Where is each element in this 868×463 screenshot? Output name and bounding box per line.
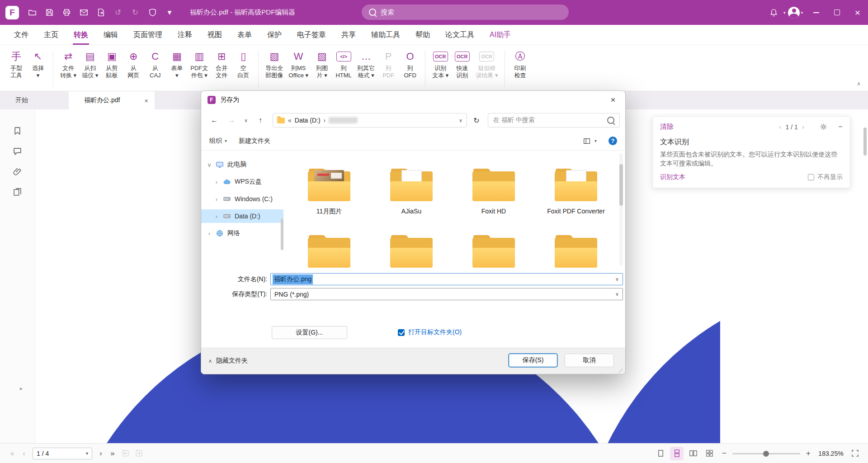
file-item-partial[interactable] — [540, 235, 612, 268]
to-html-button[interactable]: </>到HTML — [333, 48, 354, 90]
menu-item-ai-assistant[interactable]: AI助手 — [482, 25, 519, 45]
document-scrollbar[interactable] — [863, 128, 867, 156]
notifications-chevron-icon[interactable]: ▾ — [783, 10, 786, 15]
settings-button[interactable]: 设置(G)... — [272, 326, 347, 339]
dialog-search-input[interactable]: 在 福昕 中搜索 — [488, 113, 620, 128]
quick-access-chevron-icon[interactable]: ▾ — [162, 5, 177, 20]
close-tab-icon[interactable]: × — [144, 97, 148, 104]
user-avatar[interactable] — [788, 7, 800, 19]
pdf-portfolio-button[interactable]: ▥PDF文件包 ▾ — [188, 48, 211, 90]
file-item-partial[interactable] — [458, 235, 529, 268]
chevron-down-icon[interactable]: ▾ — [594, 138, 597, 143]
chevron-collapsed-icon[interactable]: › — [214, 196, 219, 203]
file-list-scrollbar[interactable] — [619, 153, 623, 265]
menu-item-esignature[interactable]: 电子签章 — [289, 25, 334, 45]
to-other-format-button[interactable]: …到其它格式 ▾ — [354, 48, 377, 90]
help-icon[interactable]: ? — [609, 137, 617, 145]
maximize-button[interactable] — [826, 0, 847, 25]
address-bar[interactable]: « Data (D:) › ∨ — [273, 113, 467, 128]
menu-item-accessibility[interactable]: 辅助工具 — [363, 25, 408, 45]
undo-icon[interactable]: ↺ — [111, 5, 125, 20]
tab-start[interactable]: 开始 — [0, 91, 69, 109]
forward-icon[interactable]: → — [224, 113, 239, 128]
view-options-icon[interactable] — [583, 137, 591, 145]
path-segment-drive[interactable]: Data (D:) — [295, 117, 321, 124]
hand-tool-button[interactable]: 手手型工具 — [5, 48, 27, 90]
chevron-collapsed-icon[interactable]: › — [207, 230, 212, 237]
dont-show-again-checkbox[interactable]: 不再显示 — [808, 173, 843, 181]
menu-item-form[interactable]: 表单 — [230, 25, 259, 45]
to-ms-office-button[interactable]: W到MSOffice ▾ — [286, 48, 311, 90]
hide-folders-button[interactable]: ∧ 隐藏文件夹 — [208, 357, 248, 365]
menu-item-help[interactable]: 帮助 — [408, 25, 438, 45]
organize-menu[interactable]: 组织 ▾ — [209, 137, 227, 145]
tab-document[interactable]: 福昕办公.pdf × — [69, 91, 155, 109]
file-item[interactable]: Foxit HD — [458, 169, 529, 215]
account-chevron-icon[interactable]: ▾ — [801, 10, 803, 15]
file-item[interactable]: 11月图片 — [293, 169, 365, 215]
notifications-bell-icon[interactable] — [767, 5, 781, 20]
menu-item-file[interactable]: 文件 — [6, 25, 36, 45]
print-check-button[interactable]: Ⓐ印刷检查 — [509, 48, 531, 90]
page-thumbnails-icon[interactable] — [10, 184, 25, 199]
chevron-collapsed-icon[interactable]: › — [214, 213, 219, 220]
facing-view-icon[interactable] — [686, 447, 700, 460]
new-folder-button[interactable]: 新建文件夹 — [239, 137, 270, 145]
grid-view-icon[interactable] — [703, 447, 716, 460]
menu-item-convert[interactable]: 转换 — [66, 25, 96, 45]
last-page-icon[interactable]: » — [107, 449, 118, 458]
next-view-icon[interactable] — [132, 447, 146, 460]
recognize-text-link[interactable]: 识别文本 — [660, 173, 685, 181]
tree-item-wps-cloud[interactable]: ›WPS云盘 — [201, 175, 283, 189]
export-all-images-button[interactable]: ▧导出全部图像 — [263, 48, 286, 90]
save-type-dropdown-chevron-icon[interactable]: ∨ — [615, 291, 619, 297]
tree-item-data-d[interactable]: ›Data (D:) — [201, 209, 283, 223]
filename-input[interactable]: 福昕办公.png ∨ — [270, 273, 623, 285]
menu-item-home[interactable]: 主页 — [36, 25, 66, 45]
filename-dropdown-chevron-icon[interactable]: ∨ — [615, 276, 619, 282]
suspect-results-button[interactable]: OCR疑似错误结果 ▾ — [473, 48, 500, 90]
collapse-ribbon-icon[interactable]: ∧ — [857, 80, 861, 459]
tree-item-windows-c[interactable]: ›Windows (C:) — [201, 192, 283, 206]
continuous-view-icon[interactable] — [670, 447, 684, 460]
menu-item-protect[interactable]: 保护 — [259, 25, 289, 45]
clear-button[interactable]: 清除 — [660, 123, 674, 131]
panel-collapse-icon[interactable]: − — [838, 123, 843, 131]
panel-next-icon[interactable]: › — [802, 123, 804, 131]
previous-view-icon[interactable] — [118, 447, 132, 460]
page-dropdown-chevron-icon[interactable]: ▾ — [86, 451, 88, 456]
cancel-button[interactable]: 取消 — [565, 354, 614, 367]
form-create-button[interactable]: ▦表单▾ — [166, 48, 188, 90]
back-icon[interactable]: ← — [207, 113, 222, 128]
recognize-text-button[interactable]: OCR识别文本 ▾ — [429, 48, 451, 90]
zoom-out-icon[interactable]: − — [719, 449, 730, 458]
protect-icon[interactable] — [145, 5, 160, 20]
first-page-icon[interactable]: « — [6, 449, 18, 458]
bookmarks-icon[interactable] — [10, 123, 25, 138]
quick-recognize-button[interactable]: OCR快速识别 — [451, 48, 473, 90]
close-window-button[interactable]: × — [847, 0, 868, 25]
save-type-select[interactable]: PNG (*.png) ∨ — [270, 288, 623, 300]
export-icon[interactable] — [94, 5, 108, 20]
menu-item-share[interactable]: 共享 — [334, 25, 363, 45]
print-icon[interactable] — [59, 5, 74, 20]
menu-item-view[interactable]: 视图 — [200, 25, 230, 45]
from-caj-button[interactable]: C从CAJ — [144, 48, 166, 90]
menu-item-comment[interactable]: 注释 — [170, 25, 200, 45]
to-image-button[interactable]: ▨到图片 ▾ — [311, 48, 333, 90]
from-clipboard-button[interactable]: ▣从剪贴板 — [101, 48, 123, 90]
file-convert-button[interactable]: ⇄文件转换 ▾ — [57, 48, 79, 90]
comments-icon[interactable] — [10, 143, 25, 159]
single-page-view-icon[interactable] — [654, 447, 667, 460]
to-pdf-button[interactable]: P到PDF — [377, 48, 399, 90]
global-search-input[interactable]: 搜索 — [362, 5, 569, 20]
up-icon[interactable]: ↑ — [253, 113, 268, 128]
prev-page-icon[interactable]: ‹ — [18, 449, 30, 458]
save-icon[interactable] — [42, 5, 57, 20]
file-item[interactable]: AJiaSu — [376, 169, 447, 215]
open-target-folder-checkbox[interactable]: 打开目标文件夹(O) — [398, 328, 462, 336]
select-tool-button[interactable]: ↖选择▾ — [27, 48, 49, 90]
dialog-resize-grip[interactable] — [622, 369, 623, 370]
panel-prev-icon[interactable]: ‹ — [779, 123, 781, 131]
chevron-collapsed-icon[interactable]: › — [214, 179, 219, 185]
